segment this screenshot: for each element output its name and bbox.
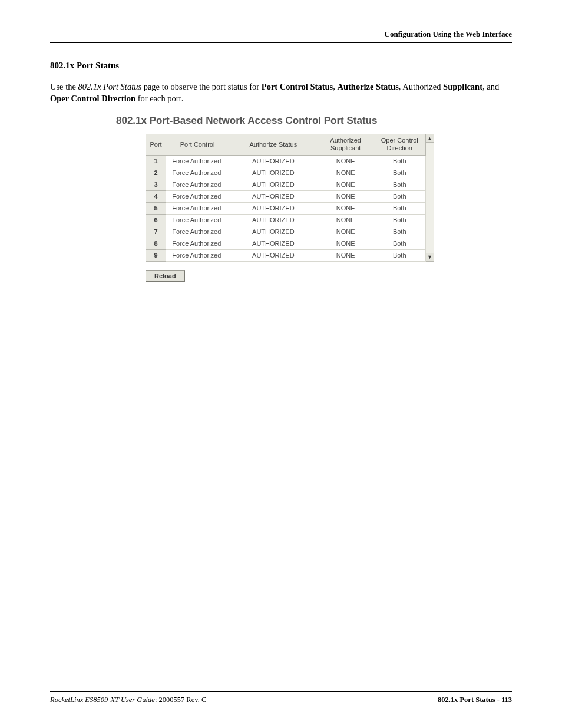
cell-port-control: Force Authorized: [166, 249, 229, 261]
cell-oper-control-direction: Both: [373, 167, 426, 179]
cell-port-control: Force Authorized: [166, 155, 229, 167]
table-row: 6 Force Authorized AUTHORIZED NONE Both: [146, 214, 426, 226]
cell-port: 8: [146, 238, 166, 249]
cell-port: 3: [146, 179, 166, 190]
reload-button[interactable]: Reload: [146, 270, 185, 282]
panel-title: 802.1x Port-Based Network Access Control…: [116, 115, 446, 127]
scroll-up-icon[interactable]: ▲: [426, 134, 434, 143]
cell-authorize-status: AUTHORIZED: [229, 238, 318, 249]
table-row: 3 Force Authorized AUTHORIZED NONE Both: [146, 179, 426, 190]
cell-authorize-status: AUTHORIZED: [229, 214, 318, 226]
intro-italic: 802.1x Port Status: [78, 82, 142, 91]
table-row: 7 Force Authorized AUTHORIZED NONE Both: [146, 226, 426, 238]
header-right: Configuration Using the Web Interface: [50, 29, 512, 42]
intro-bold-4: Oper Control Direction: [50, 94, 135, 103]
cell-authorized-supplicant: NONE: [318, 238, 373, 249]
intro-paragraph: Use the 802.1x Port Status page to obser…: [50, 81, 512, 104]
cell-authorize-status: AUTHORIZED: [229, 226, 318, 238]
section-title: 802.1x Port Status: [50, 61, 512, 71]
intro-bold-3: Supplicant: [443, 82, 482, 91]
port-status-table: Port Port Control Authorize Status Autho…: [146, 134, 426, 261]
cell-port: 7: [146, 226, 166, 238]
col-header-authorized-supplicant: Authorized Supplicant: [318, 134, 373, 155]
cell-port: 1: [146, 155, 166, 167]
footer-rule: [50, 691, 512, 692]
cell-authorized-supplicant: NONE: [318, 202, 373, 214]
cell-port: 4: [146, 190, 166, 202]
table-row: 5 Force Authorized AUTHORIZED NONE Both: [146, 202, 426, 214]
cell-authorize-status: AUTHORIZED: [229, 155, 318, 167]
intro-end: for each port.: [135, 94, 183, 103]
table-row: 2 Force Authorized AUTHORIZED NONE Both: [146, 167, 426, 179]
port-status-table-wrap: Port Port Control Authorize Status Autho…: [146, 134, 434, 261]
cell-oper-control-direction: Both: [373, 238, 426, 249]
cell-oper-control-direction: Both: [373, 249, 426, 261]
col-header-port-control: Port Control: [166, 134, 229, 155]
intro-mid1: page to observe the port status for: [141, 82, 262, 91]
cell-authorize-status: AUTHORIZED: [229, 167, 318, 179]
cell-authorized-supplicant: NONE: [318, 226, 373, 238]
intro-prefix: Use the: [50, 82, 78, 91]
header-rule: [50, 42, 512, 43]
scroll-down-icon[interactable]: ▼: [426, 253, 434, 261]
footer-left-tail: : 2000557 Rev. C: [155, 696, 206, 704]
cell-port-control: Force Authorized: [166, 226, 229, 238]
col-header-oper-control-direction: Oper Control Direction: [373, 134, 426, 155]
table-row: 1 Force Authorized AUTHORIZED NONE Both: [146, 155, 426, 167]
cell-port-control: Force Authorized: [166, 214, 229, 226]
cell-oper-control-direction: Both: [373, 214, 426, 226]
intro-bold-1: Port Control Status: [262, 82, 333, 91]
cell-port-control: Force Authorized: [166, 202, 229, 214]
intro-sep3: , and: [482, 82, 499, 91]
footer-right: 802.1x Port Status - 113: [438, 696, 512, 704]
cell-authorize-status: AUTHORIZED: [229, 249, 318, 261]
cell-authorized-supplicant: NONE: [318, 179, 373, 190]
footer-left-italic: RocketLinx ES8509-XT User Guide: [50, 696, 155, 704]
table-scrollbar[interactable]: ▲ ▼: [426, 134, 434, 261]
cell-authorize-status: AUTHORIZED: [229, 202, 318, 214]
cell-oper-control-direction: Both: [373, 190, 426, 202]
cell-port-control: Force Authorized: [166, 190, 229, 202]
table-row: 8 Force Authorized AUTHORIZED NONE Both: [146, 238, 426, 249]
intro-sep2: , Authorized: [399, 82, 443, 91]
footer-left: RocketLinx ES8509-XT User Guide: 2000557…: [50, 696, 206, 704]
cell-authorize-status: AUTHORIZED: [229, 190, 318, 202]
cell-oper-control-direction: Both: [373, 202, 426, 214]
cell-authorize-status: AUTHORIZED: [229, 179, 318, 190]
cell-oper-control-direction: Both: [373, 179, 426, 190]
table-row: 4 Force Authorized AUTHORIZED NONE Both: [146, 190, 426, 202]
cell-port-control: Force Authorized: [166, 238, 229, 249]
scroll-track[interactable]: [426, 143, 434, 252]
cell-port: 2: [146, 167, 166, 179]
cell-port-control: Force Authorized: [166, 179, 229, 190]
cell-port: 6: [146, 214, 166, 226]
cell-port: 9: [146, 249, 166, 261]
intro-bold-2: Authorize Status: [337, 82, 398, 91]
cell-port: 5: [146, 202, 166, 214]
cell-authorized-supplicant: NONE: [318, 167, 373, 179]
col-header-authorize-status: Authorize Status: [229, 134, 318, 155]
col-header-port: Port: [146, 134, 166, 155]
cell-authorized-supplicant: NONE: [318, 190, 373, 202]
cell-oper-control-direction: Both: [373, 226, 426, 238]
cell-oper-control-direction: Both: [373, 155, 426, 167]
cell-authorized-supplicant: NONE: [318, 214, 373, 226]
table-row: 9 Force Authorized AUTHORIZED NONE Both: [146, 249, 426, 261]
cell-port-control: Force Authorized: [166, 167, 229, 179]
cell-authorized-supplicant: NONE: [318, 155, 373, 167]
cell-authorized-supplicant: NONE: [318, 249, 373, 261]
